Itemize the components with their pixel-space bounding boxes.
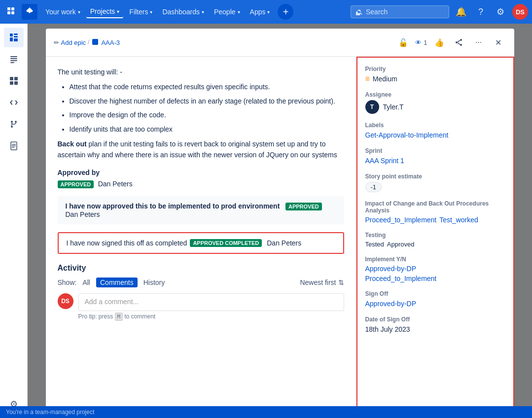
assignee-row[interactable]: T Tyler.T (365, 100, 505, 114)
add-comment-row: DS Add a comment... (58, 293, 344, 311)
approved-badge: APPROVED (58, 180, 94, 188)
testing-field: Testing Tested Approved (365, 232, 505, 248)
notice-text: I have now approved this to be implement… (66, 202, 280, 210)
sort-icon: ⇅ (338, 279, 344, 286)
modal-body: The unit testing will: - Attest that the… (46, 57, 514, 418)
nav-people[interactable]: People ▾ (210, 6, 244, 18)
nav-dashboards[interactable]: Dashboards ▾ (158, 6, 208, 18)
approved-by-label: Approved by (58, 169, 344, 176)
sign-off-field: Sign Off Approved-by-DP (365, 290, 505, 308)
sprint-field: Sprint AAA Sprint 1 (365, 147, 505, 165)
svg-rect-8 (14, 38, 18, 41)
sidebar: ⚙ (0, 24, 28, 418)
pro-tip: Pro tip: press M to comment (78, 313, 344, 320)
labels-value[interactable]: Get-Approval-to-Implement (365, 131, 449, 139)
notice-badge: APPROVED (285, 203, 322, 210)
nav-apps[interactable]: Apps ▾ (246, 6, 274, 18)
implement-tags: Approved-by-DP Proceed_to_Implement (365, 265, 505, 282)
bullet-4: Identify units that are too complex (70, 124, 344, 135)
svg-rect-2 (7, 11, 10, 14)
svg-rect-6 (14, 36, 18, 37)
create-button[interactable]: + (278, 4, 293, 20)
sidebar-item-board[interactable] (4, 28, 24, 47)
activity-filter-row: Show: All Comments History Newest first … (58, 278, 344, 287)
notice-name: Dan Peters (66, 210, 100, 218)
sidebar-item-pages[interactable] (4, 136, 24, 156)
show-history-button[interactable]: History (142, 278, 167, 287)
implement-tag-1[interactable]: Approved-by-DP (365, 265, 505, 273)
testing-tag-1: Tested (365, 241, 384, 248)
chevron-down-icon: ▾ (78, 9, 80, 15)
keyboard-shortcut: M (115, 313, 123, 321)
story-point-value[interactable]: -1 (365, 182, 382, 192)
more-options-icon[interactable]: ··· (471, 35, 487, 50)
svg-point-25 (460, 39, 462, 41)
modal-header: ✏ Add epic / AAA-3 🔓 👁 1 👍 (46, 29, 514, 57)
implement-label: Implement Y/N (365, 256, 505, 263)
sprint-value[interactable]: AAA Sprint 1 (365, 157, 404, 165)
bullet-2: Discover the highest number of defects i… (70, 96, 344, 106)
newest-first-button[interactable]: Newest first ⇅ (300, 279, 344, 286)
svg-rect-1 (11, 7, 14, 10)
story-point-field: Story point estimate -1 (365, 173, 505, 192)
help-icon[interactable]: ? (473, 4, 489, 20)
svg-rect-23 (12, 147, 14, 148)
sidebar-item-git[interactable] (4, 114, 24, 134)
thumbs-up-icon[interactable]: 👍 (431, 35, 447, 50)
settings-icon[interactable]: ⚙ (493, 4, 508, 20)
jira-logo[interactable] (22, 4, 37, 20)
breadcrumb: ✏ Add epic / AAA-3 (54, 38, 120, 47)
search-placeholder: Search (366, 8, 388, 16)
main-content-area: ✏ Add epic / AAA-3 🔓 👁 1 👍 (28, 24, 532, 418)
svg-rect-15 (10, 81, 13, 85)
show-comments-button[interactable]: Comments (96, 278, 138, 287)
nav-projects[interactable]: Projects ▾ (86, 5, 124, 18)
impact-tag-2[interactable]: Test_worked (439, 216, 478, 224)
assignee-avatar: T (365, 100, 379, 114)
date-value: 18th July 2023 (365, 325, 410, 333)
svg-rect-4 (10, 34, 13, 36)
user-avatar[interactable]: DS (512, 4, 528, 20)
sidebar-item-code[interactable] (4, 93, 24, 112)
signed-off-text: I have now signed this off as completed (67, 239, 187, 247)
modal-overlay[interactable]: ✏ Add epic / AAA-3 🔓 👁 1 👍 (28, 24, 532, 418)
pencil-icon: ✏ (54, 39, 59, 46)
sidebar-item-backlog[interactable] (4, 49, 24, 69)
nav-your-work[interactable]: Your work ▾ (41, 6, 84, 18)
sidebar-item-grid[interactable] (4, 71, 24, 91)
signed-off-box: I have now signed this off as completed … (58, 232, 344, 254)
approver-name: Dan Peters (98, 180, 133, 188)
svg-rect-9 (10, 56, 17, 57)
assignee-label: Assignee (365, 91, 505, 98)
breadcrumb-issue-link[interactable]: AAA-3 (101, 39, 120, 46)
assignee-name: Tyler.T (383, 103, 404, 111)
grid-menu-icon[interactable] (4, 4, 20, 20)
notifications-icon[interactable]: 🔔 (453, 4, 469, 20)
nav-filters[interactable]: Filters ▾ (125, 6, 156, 18)
status-text: You're in a team-managed project (6, 409, 94, 416)
svg-rect-5 (14, 34, 18, 35)
lock-icon[interactable]: 🔓 (395, 35, 411, 50)
back-out-paragraph: Back out plan if the unit testing fails … (58, 139, 344, 161)
svg-rect-13 (10, 77, 13, 80)
signed-off-name: Dan Peters (267, 239, 301, 247)
close-icon[interactable]: ✕ (491, 35, 506, 50)
bullet-list: Attest that the code returns expected re… (58, 81, 344, 135)
svg-rect-0 (7, 7, 10, 10)
search-box[interactable]: Search (351, 5, 449, 18)
breadcrumb-epic-link[interactable]: Add epic (61, 39, 86, 46)
activity-section: Activity Show: All Comments History Newe… (58, 264, 344, 320)
comment-input[interactable]: Add a comment... (78, 293, 344, 311)
show-all-button[interactable]: All (80, 278, 92, 287)
share-icon[interactable] (451, 35, 467, 50)
impact-field: Impact of Change and Back Out Procedures… (365, 200, 505, 224)
priority-row[interactable]: ≡ Medium (365, 74, 505, 83)
impact-tag-1[interactable]: Proceed_to_Implement (365, 216, 437, 224)
topnav-right-actions: Search 🔔 ? ⚙ DS (351, 4, 528, 20)
implement-tag-2[interactable]: Proceed_to_Implement (365, 275, 505, 282)
impact-tags: Proceed_to_Implement Test_worked (365, 216, 505, 224)
sign-off-value[interactable]: Approved-by-DP (365, 300, 417, 308)
svg-point-27 (460, 44, 462, 46)
svg-rect-22 (12, 145, 16, 146)
watch-badge[interactable]: 👁 1 (415, 39, 427, 46)
